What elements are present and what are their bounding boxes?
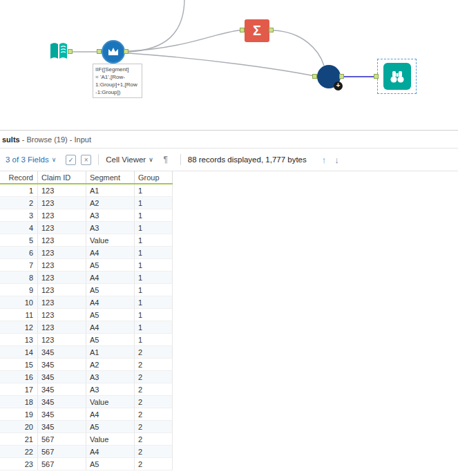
- data-cell: 123: [38, 334, 86, 345]
- join-input-anchor[interactable]: [312, 74, 317, 79]
- table-row[interactable]: 23567A52: [0, 458, 173, 470]
- data-cell: 1: [135, 309, 173, 321]
- data-cell: 2: [135, 359, 173, 370]
- union-tool[interactable]: +: [317, 65, 341, 88]
- record-cell: 8: [0, 272, 38, 283]
- data-cell: A4: [86, 321, 135, 333]
- table-row[interactable]: 12123A41: [0, 321, 173, 334]
- record-cell: 12: [0, 321, 38, 333]
- table-row[interactable]: 15345A22: [0, 359, 173, 371]
- data-cell: 345: [38, 421, 86, 432]
- fields-dropdown[interactable]: 3 of 3 Fields ∨: [6, 155, 56, 164]
- table-row[interactable]: 9123A51: [0, 284, 173, 296]
- plus-badge-icon: +: [334, 82, 343, 91]
- column-header-group[interactable]: Group: [135, 171, 173, 183]
- column-header-claim-id[interactable]: Claim ID: [38, 171, 86, 183]
- selection-outline: [377, 59, 417, 94]
- table-row[interactable]: 19345A42: [0, 408, 173, 421]
- data-cell: 123: [38, 222, 86, 234]
- data-cell: A4: [86, 272, 135, 283]
- record-cell: 19: [0, 408, 38, 420]
- table-row[interactable]: 21567Value2: [0, 433, 173, 446]
- arrow-up-icon[interactable]: ↑: [322, 155, 327, 165]
- record-cell: 16: [0, 371, 38, 383]
- table-row[interactable]: 5123Value1: [0, 234, 173, 247]
- data-cell: 1: [135, 284, 173, 296]
- cell-viewer-dropdown[interactable]: Cell Viewer ∨: [106, 155, 153, 164]
- wire-formula-to-join: [128, 53, 314, 76]
- formula-input-anchor[interactable]: [97, 49, 102, 54]
- workflow-canvas[interactable]: IIF([Segment] = 'A1',[Row- 1:Group]+1,[R…: [0, 0, 458, 130]
- arrow-down-icon[interactable]: ↓: [334, 155, 339, 165]
- column-header-segment[interactable]: Segment: [86, 171, 135, 183]
- results-toolbar: 3 of 3 Fields ∨ ✓ × Cell Viewer ∨ ¶ 88 r…: [0, 149, 458, 171]
- browse-tool[interactable]: [383, 63, 411, 90]
- record-cell: 13: [0, 334, 38, 345]
- data-cell: 345: [38, 359, 86, 370]
- pilcrow-icon[interactable]: ¶: [160, 155, 171, 164]
- record-cell: 22: [0, 446, 38, 457]
- data-cell: 1: [135, 334, 173, 345]
- record-cell: 21: [0, 433, 38, 445]
- table-header: Record Claim ID Segment Group: [0, 171, 173, 184]
- data-cell: A5: [86, 334, 135, 345]
- data-cell: Value: [86, 234, 135, 246]
- x-square-icon[interactable]: ×: [81, 155, 91, 165]
- data-cell: 2: [135, 446, 173, 457]
- data-cell: 2: [135, 371, 173, 383]
- data-cell: 345: [38, 371, 86, 383]
- table-row[interactable]: 20345A52: [0, 421, 173, 433]
- record-cell: 6: [0, 247, 38, 258]
- binoculars-icon: [389, 69, 405, 84]
- fields-dropdown-label: 3 of 3 Fields: [6, 155, 49, 164]
- table-row[interactable]: 6123A41: [0, 247, 173, 259]
- data-cell: Value: [86, 433, 135, 445]
- table-row[interactable]: 14345A12: [0, 346, 173, 359]
- record-cell: 1: [0, 184, 38, 196]
- formula-output-anchor[interactable]: [124, 49, 128, 54]
- column-header-record[interactable]: Record: [0, 171, 38, 183]
- data-cell: A5: [86, 458, 135, 470]
- data-cell: A3: [86, 209, 135, 221]
- table-row[interactable]: 11123A51: [0, 309, 173, 321]
- table-row[interactable]: 13123A51: [0, 334, 173, 346]
- data-cell: A5: [86, 309, 135, 321]
- table-row[interactable]: 7123A51: [0, 259, 173, 272]
- table-row[interactable]: 4123A31: [0, 222, 173, 234]
- table-row[interactable]: 22567A42: [0, 446, 173, 458]
- table-row[interactable]: 1123A11: [0, 184, 173, 197]
- data-cell: A2: [86, 359, 135, 370]
- browse-input-anchor[interactable]: [374, 74, 379, 79]
- record-cell: 15: [0, 359, 38, 370]
- record-count-status: 88 records displayed, 1,777 bytes: [188, 155, 307, 164]
- summarize-output-anchor[interactable]: [269, 28, 274, 32]
- table-row[interactable]: 10123A41: [0, 296, 173, 309]
- table-row[interactable]: 8123A41: [0, 272, 173, 284]
- data-cell: 2: [135, 346, 173, 358]
- data-cell: 1: [135, 259, 173, 271]
- join-output-anchor[interactable]: [339, 74, 344, 79]
- record-cell: 9: [0, 284, 38, 296]
- table-row[interactable]: 2123A21: [0, 197, 173, 209]
- toolbar-separator: [98, 154, 99, 165]
- data-cell: 2: [135, 433, 173, 445]
- table-row[interactable]: 16345A32: [0, 371, 173, 383]
- data-cell: A5: [86, 259, 135, 271]
- tool-annotation[interactable]: IIF([Segment] = 'A1',[Row- 1:Group]+1,[R…: [93, 64, 142, 98]
- input-output-anchor[interactable]: [68, 49, 73, 54]
- summarize-input-anchor[interactable]: [240, 28, 245, 32]
- multi-row-formula-tool[interactable]: [102, 40, 125, 64]
- summarize-tool[interactable]: Σ: [245, 19, 269, 42]
- data-cell: A3: [86, 383, 135, 395]
- data-cell: A3: [86, 371, 135, 383]
- data-cell: 1: [135, 272, 173, 283]
- record-cell: 10: [0, 296, 38, 308]
- table-row[interactable]: 17345A32: [0, 383, 173, 396]
- check-square-icon[interactable]: ✓: [66, 155, 76, 165]
- data-cell: 123: [38, 234, 86, 246]
- input-data-tool[interactable]: [48, 41, 69, 61]
- record-cell: 17: [0, 383, 38, 395]
- table-row[interactable]: 18345Value2: [0, 396, 173, 408]
- data-cell: A5: [86, 284, 135, 296]
- table-row[interactable]: 3123A31: [0, 209, 173, 222]
